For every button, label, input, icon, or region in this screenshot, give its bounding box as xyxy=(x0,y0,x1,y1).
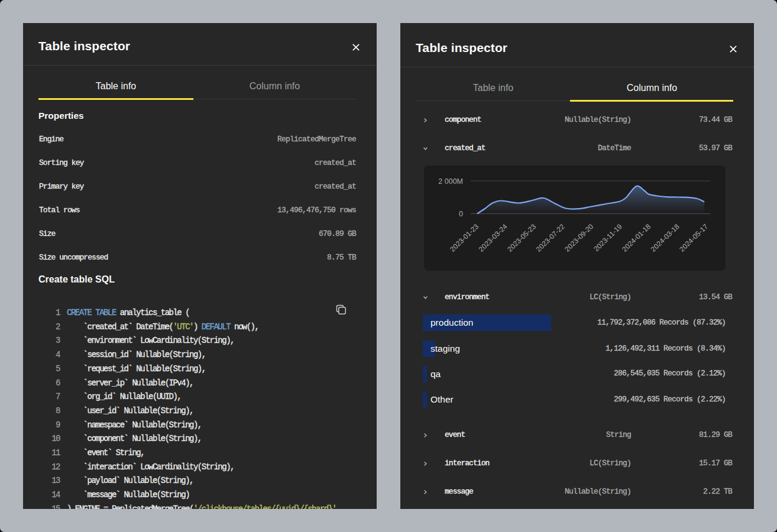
svg-text:2023-07-22: 2023-07-22 xyxy=(535,222,566,254)
svg-text:2 000M: 2 000M xyxy=(438,177,463,186)
svg-text:2023-11-19: 2023-11-19 xyxy=(592,222,623,253)
svg-text:2023-01-23: 2023-01-23 xyxy=(448,222,480,254)
svg-text:0: 0 xyxy=(459,210,463,218)
svg-text:2023-05-23: 2023-05-23 xyxy=(506,222,538,254)
svg-text:2023-03-24: 2023-03-24 xyxy=(477,222,509,254)
svg-text:2024-01-18: 2024-01-18 xyxy=(620,222,652,254)
svg-text:2024-03-18: 2024-03-18 xyxy=(649,222,681,254)
svg-text:2023-09-20: 2023-09-20 xyxy=(563,222,595,254)
svg-text:2024-05-17: 2024-05-17 xyxy=(678,222,710,254)
